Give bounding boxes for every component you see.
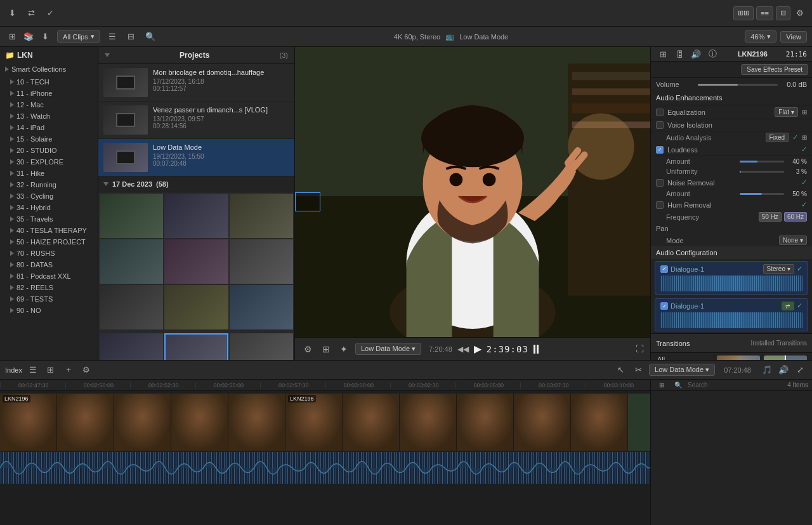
tl-rp-icon-1[interactable]: ⊞ bbox=[655, 380, 669, 392]
grid-thumb-11[interactable] bbox=[164, 333, 228, 360]
list-view-btn[interactable]: ≡≡ bbox=[756, 6, 773, 20]
columns-icon[interactable]: ⊟ bbox=[124, 30, 138, 44]
timeline-clip-strip[interactable]: LKN2196 LKN2196 bbox=[0, 394, 650, 451]
timeline-list-icon[interactable]: ☰ bbox=[26, 363, 40, 377]
sidebar-item-iphone[interactable]: 11 - iPhone bbox=[0, 88, 98, 99]
dialogue-checkbox[interactable] bbox=[660, 265, 668, 273]
sidebar-item-mac[interactable]: 12 - Mac bbox=[0, 99, 98, 110]
hz-60-btn[interactable]: 60 Hz bbox=[784, 212, 807, 222]
sidebar-item-rushs[interactable]: 70 - RUSHS bbox=[0, 248, 98, 259]
grid-thumb-6[interactable] bbox=[230, 239, 293, 284]
timeline-settings-icon[interactable]: ⚙ bbox=[79, 363, 93, 377]
inspector-tab-4[interactable]: ⓘ bbox=[705, 47, 719, 61]
timeline-mode-selector[interactable]: Low Data Mode ▾ bbox=[649, 364, 715, 376]
eq-checkbox[interactable] bbox=[656, 109, 664, 116]
stereo-balance-icon[interactable]: ⇌ bbox=[782, 302, 794, 310]
sidebar-item-solaire[interactable]: 15 - Solaire bbox=[0, 133, 98, 145]
skip-back-btn[interactable]: ◀◀ bbox=[457, 345, 469, 354]
date-expand[interactable] bbox=[103, 182, 108, 186]
loudness-checkbox[interactable] bbox=[656, 146, 664, 154]
download-icon[interactable]: ⬇ bbox=[5, 6, 19, 20]
sidebar-item-no[interactable]: 90 - NO bbox=[0, 305, 98, 316]
grid-thumb-12[interactable] bbox=[230, 333, 293, 360]
tl-rp-search[interactable]: 🔍 bbox=[671, 380, 685, 392]
stereo-dropdown[interactable]: Stereo ▾ bbox=[763, 264, 794, 274]
sidebar-item-podcast[interactable]: 81 - Podcast XXL bbox=[0, 270, 98, 282]
grid-thumb-5[interactable] bbox=[164, 239, 228, 284]
noise-removal-checkbox[interactable] bbox=[656, 179, 664, 187]
play-btn[interactable]: ▶ bbox=[474, 343, 481, 355]
sidebar-item-reels[interactable]: 82 - REELS bbox=[0, 282, 98, 293]
check-circle-icon[interactable]: ✓ bbox=[43, 6, 57, 20]
uniformity-slider[interactable] bbox=[740, 171, 784, 173]
grid-clips-icon[interactable]: ⊞ bbox=[5, 30, 19, 44]
audio-vol-icon[interactable]: 🔊 bbox=[776, 363, 790, 377]
hz-50-btn[interactable]: 50 Hz bbox=[759, 212, 782, 222]
grid-thumb-8[interactable] bbox=[164, 285, 228, 329]
cursor-tool[interactable]: ↖ bbox=[613, 363, 627, 377]
sidebar-item-datas[interactable]: 80 - DATAS bbox=[0, 259, 98, 270]
import-icon[interactable]: ⬇ bbox=[38, 30, 52, 44]
sidebar-item-running[interactable]: 32 - Running bbox=[0, 179, 98, 190]
grid-thumb-9[interactable] bbox=[230, 285, 293, 329]
sidebar-item-ipad[interactable]: 14 - iPad bbox=[0, 122, 98, 133]
grid-thumb-2[interactable] bbox=[164, 194, 228, 238]
transform-icon[interactable]: ⊞ bbox=[320, 343, 332, 356]
search-icon[interactable]: 🔍 bbox=[143, 30, 157, 44]
volume-slider[interactable] bbox=[698, 84, 778, 86]
audio-mute-icon[interactable]: 🎵 bbox=[760, 363, 774, 377]
mode-dropdown[interactable]: Low Data Mode ▾ bbox=[355, 343, 421, 355]
sidebar-item-studio[interactable]: 20 - STUDIO bbox=[0, 145, 98, 156]
sidebar-item-tech[interactable]: 10 - TECH bbox=[0, 76, 98, 88]
sidebar-item-haize[interactable]: 50 - HAIZE PROJECT bbox=[0, 236, 98, 248]
noise-slider[interactable] bbox=[740, 193, 784, 195]
clip-item-1[interactable]: Mon bricolage et domotiq...hauffage 17/1… bbox=[98, 64, 294, 102]
sidebar-item-cycling[interactable]: 33 - Cycling bbox=[0, 190, 98, 202]
timeline-grid-icon[interactable]: ⊞ bbox=[44, 363, 58, 377]
trans-all[interactable]: All bbox=[651, 353, 714, 360]
timeline-expand-icon[interactable]: ⤢ bbox=[793, 363, 807, 377]
voice-analysis-dropdown[interactable]: Fixed bbox=[766, 133, 789, 142]
settings-ctrl-icon[interactable]: ⚙ bbox=[301, 343, 315, 356]
inspector-tab-2[interactable]: 🎛 bbox=[672, 47, 686, 61]
voice-isolation-checkbox[interactable] bbox=[656, 121, 664, 129]
hum-removal-checkbox[interactable] bbox=[656, 201, 664, 209]
grid-thumb-10[interactable] bbox=[100, 333, 163, 360]
all-clips-btn[interactable]: All Clips ▾ bbox=[57, 30, 100, 43]
loudness-amount-slider[interactable] bbox=[740, 161, 784, 163]
layout-btn[interactable]: ⊟ bbox=[776, 6, 790, 20]
save-effects-btn[interactable]: Save Effects Preset bbox=[741, 64, 808, 75]
grid-thumb-3[interactable] bbox=[230, 194, 293, 238]
view-btn[interactable]: View bbox=[780, 31, 807, 43]
projects-expand[interactable] bbox=[105, 53, 110, 57]
pause-btn[interactable] bbox=[534, 345, 539, 354]
fullscreen-btn[interactable]: ⛶ bbox=[636, 344, 644, 354]
sidebar-item-tesla[interactable]: 40 - TESLA THERAPY bbox=[0, 225, 98, 236]
trim-tool[interactable]: ✂ bbox=[631, 363, 645, 377]
effects-icon[interactable]: ✦ bbox=[337, 343, 350, 356]
clip-item-3[interactable]: Low Data Mode 19/12/2023, 15:50 00:07:20… bbox=[98, 139, 294, 176]
pan-mode-dropdown[interactable]: None ▾ bbox=[779, 236, 807, 245]
grid-thumb-4[interactable] bbox=[100, 239, 163, 284]
sidebar-item-hike[interactable]: 31 - Hike bbox=[0, 168, 98, 179]
sidebar-smart-collections[interactable]: Smart Collections bbox=[0, 63, 98, 75]
trans-thumb-cross-dissolve[interactable]: Cross Dissolve bbox=[717, 356, 760, 360]
grid-view-btn[interactable]: ⊞⊞ bbox=[733, 6, 754, 20]
clip-item-2[interactable]: Venez passer un dimanch...s [VLOG] 13/12… bbox=[98, 102, 294, 139]
timeline-add-icon[interactable]: + bbox=[62, 363, 75, 377]
eq-dropdown[interactable]: Flat ▾ bbox=[775, 107, 798, 117]
sidebar-item-watch[interactable]: 13 - Watch bbox=[0, 110, 98, 122]
inspector-tab-1[interactable]: ⊞ bbox=[656, 47, 670, 61]
settings-icon[interactable]: ⚙ bbox=[793, 6, 807, 20]
trans-thumb-divide[interactable] bbox=[764, 356, 807, 360]
dialogue2-checkbox[interactable] bbox=[660, 302, 668, 310]
share-icon[interactable]: ⇄ bbox=[24, 6, 38, 20]
sidebar-item-explore[interactable]: 30 - EXPLORE bbox=[0, 156, 98, 168]
inspector-tab-3[interactable]: 🔊 bbox=[689, 47, 703, 61]
grid-thumb-1[interactable] bbox=[100, 194, 163, 238]
list-icon[interactable]: ☰ bbox=[105, 30, 119, 44]
sidebar-item-hybrid[interactable]: 34 - Hybrid bbox=[0, 202, 98, 213]
libraries-icon[interactable]: 📚 bbox=[22, 30, 36, 44]
sidebar-item-travels[interactable]: 35 - Travels bbox=[0, 213, 98, 225]
grid-thumb-7[interactable] bbox=[100, 285, 163, 329]
